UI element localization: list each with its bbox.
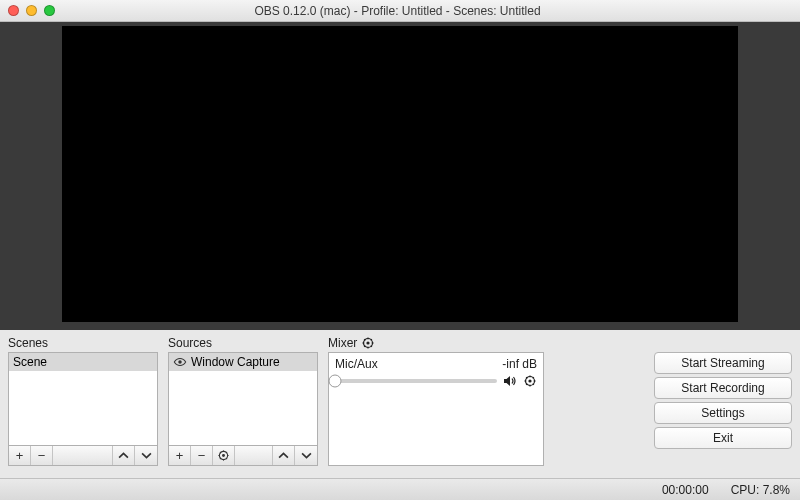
window-title: OBS 0.12.0 (mac) - Profile: Untitled - S… [3, 4, 792, 18]
chevron-up-icon [278, 450, 289, 461]
svg-line-18 [371, 346, 372, 347]
scene-item[interactable]: Scene [9, 353, 157, 371]
sources-panel: Sources Window Capture + − [168, 336, 318, 478]
status-bar: 00:00:00 CPU: 7.8% [0, 478, 800, 500]
sources-list[interactable]: Window Capture [168, 352, 318, 446]
mixer-box: Mic/Aux -inf dB [328, 352, 544, 466]
chevron-down-icon [301, 450, 312, 461]
svg-point-22 [528, 379, 531, 382]
minus-icon: − [38, 448, 46, 463]
svg-point-12 [367, 341, 370, 344]
sources-toolbar: + − [168, 446, 318, 466]
gear-icon [218, 450, 229, 461]
sources-move-up-button[interactable] [273, 446, 295, 465]
svg-line-10 [226, 452, 227, 453]
svg-line-30 [533, 377, 534, 378]
mixer-mute-button[interactable] [503, 374, 517, 388]
svg-line-29 [526, 384, 527, 385]
svg-line-8 [226, 458, 227, 459]
scenes-add-button[interactable]: + [9, 446, 31, 465]
svg-point-2 [222, 454, 225, 457]
svg-line-17 [364, 339, 365, 340]
visibility-icon[interactable] [173, 355, 187, 369]
title-bar: OBS 0.12.0 (mac) - Profile: Untitled - S… [0, 0, 800, 22]
gear-icon [362, 337, 374, 349]
preview-canvas[interactable] [62, 26, 738, 322]
svg-line-9 [220, 458, 221, 459]
mixer-channel-settings-button[interactable] [523, 374, 537, 388]
chevron-down-icon [141, 450, 152, 461]
settings-button[interactable]: Settings [654, 402, 792, 424]
mixer-channel-name: Mic/Aux [335, 357, 378, 371]
status-cpu: CPU: 7.8% [731, 483, 790, 497]
mixer-label-text: Mixer [328, 336, 357, 350]
preview-area [0, 22, 800, 330]
svg-line-19 [364, 346, 365, 347]
svg-line-27 [526, 377, 527, 378]
sources-remove-button[interactable]: − [191, 446, 213, 465]
chevron-up-icon [118, 450, 129, 461]
slider-thumb[interactable] [329, 375, 342, 388]
scenes-remove-button[interactable]: − [31, 446, 53, 465]
sources-move-down-button[interactable] [295, 446, 317, 465]
svg-point-0 [178, 360, 182, 364]
mixer-label: Mixer [328, 336, 544, 350]
scenes-toolbar: + − [8, 446, 158, 466]
mixer-channel-level: -inf dB [502, 357, 537, 371]
svg-line-28 [533, 384, 534, 385]
mixer-settings-button[interactable] [361, 336, 375, 350]
plus-icon: + [16, 448, 24, 463]
status-time: 00:00:00 [662, 483, 709, 497]
mixer-panel: Mixer Mic/Aux -inf dB [328, 336, 544, 478]
scenes-list[interactable]: Scene [8, 352, 158, 446]
sources-label: Sources [168, 336, 318, 350]
svg-line-20 [371, 339, 372, 340]
sources-properties-button[interactable] [213, 446, 235, 465]
bottom-panels: Scenes Scene + − Sources Window Capture [0, 330, 800, 478]
svg-line-7 [220, 452, 221, 453]
scenes-panel: Scenes Scene + − [8, 336, 158, 478]
gear-icon [524, 375, 536, 387]
mixer-volume-slider[interactable] [335, 379, 497, 383]
minus-icon: − [198, 448, 206, 463]
scenes-label: Scenes [8, 336, 158, 350]
scenes-move-down-button[interactable] [135, 446, 157, 465]
plus-icon: + [176, 448, 184, 463]
sources-add-button[interactable]: + [169, 446, 191, 465]
exit-button[interactable]: Exit [654, 427, 792, 449]
start-recording-button[interactable]: Start Recording [654, 377, 792, 399]
start-streaming-button[interactable]: Start Streaming [654, 352, 792, 374]
source-item[interactable]: Window Capture [169, 353, 317, 371]
speaker-icon [503, 375, 517, 387]
source-item-label: Window Capture [191, 355, 280, 369]
scenes-toolbar-spacer [53, 446, 113, 465]
eye-icon [173, 357, 187, 367]
scenes-move-up-button[interactable] [113, 446, 135, 465]
sources-toolbar-spacer [235, 446, 273, 465]
control-buttons: Start Streaming Start Recording Settings… [654, 336, 792, 478]
